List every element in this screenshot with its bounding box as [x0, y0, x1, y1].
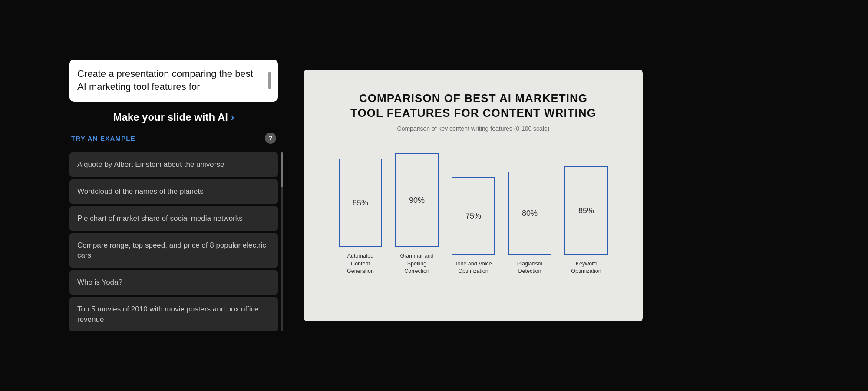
scrollbar-thumb[interactable] [281, 152, 283, 187]
bar-group: 90%Grammar andSpelling Correction [395, 145, 439, 275]
bar-wrapper: 85% [564, 145, 608, 255]
bar-value: 80% [522, 209, 538, 218]
bar-wrapper: 75% [452, 145, 495, 255]
try-example-header: TRY AN EXAMPLE ? [69, 133, 278, 144]
make-slide-arrow-icon: › [231, 110, 234, 124]
resize-handle[interactable] [268, 72, 271, 89]
chart-subtitle: Comparison of key content writing featur… [397, 125, 550, 132]
left-panel: Create a presentation comparing the best… [69, 60, 278, 332]
bar: 85% [564, 166, 608, 255]
bar-label: Plagiarism Detection [508, 260, 551, 275]
examples-list: A quote by Albert Einstein about the uni… [69, 152, 278, 331]
bar: 90% [395, 153, 439, 247]
scrollbar-track[interactable] [281, 152, 283, 331]
help-icon[interactable]: ? [265, 133, 276, 144]
list-item[interactable]: Wordcloud of the names of the planets [69, 179, 278, 204]
list-item[interactable]: A quote by Albert Einstein about the uni… [69, 152, 278, 177]
list-item[interactable]: Pie chart of market share of social medi… [69, 206, 278, 231]
chart-panel: COMPARISON OF BEST AI MARKETINGTOOL FEAT… [304, 70, 643, 321]
make-slide-label: Make your slide with AI [113, 111, 228, 123]
try-example-label: TRY AN EXAMPLE [71, 135, 135, 142]
bar-group: 85%Automated ContentGeneration [339, 145, 382, 275]
chart-title: COMPARISON OF BEST AI MARKETINGTOOL FEAT… [350, 91, 596, 121]
prompt-input-box[interactable]: Create a presentation comparing the best… [69, 60, 278, 102]
make-slide-button[interactable]: Make your slide with AI › [69, 110, 278, 124]
bar-label: Tone and VoiceOptimization [455, 260, 492, 275]
list-item[interactable]: Who is Yoda? [69, 270, 278, 295]
bar-value: 85% [353, 199, 368, 208]
bar-wrapper: 90% [395, 145, 439, 248]
bar-group: 80%Plagiarism Detection [508, 145, 551, 275]
bar-label: Keyword Optimization [564, 260, 608, 275]
list-item[interactable]: Top 5 movies of 2010 with movie posters … [69, 297, 278, 332]
list-item[interactable]: Compare range, top speed, and price of 8… [69, 233, 278, 268]
prompt-text: Create a presentation comparing the best… [77, 67, 256, 94]
bar: 75% [452, 177, 495, 255]
bar: 85% [339, 159, 382, 247]
bar-value: 75% [465, 211, 481, 220]
bar: 80% [508, 172, 551, 255]
bar-group: 75%Tone and VoiceOptimization [452, 145, 495, 275]
bar-chart: 85%Automated ContentGeneration90%Grammar… [330, 145, 617, 275]
bar-label: Grammar andSpelling Correction [395, 252, 439, 275]
bar-label: Automated ContentGeneration [339, 252, 382, 275]
bar-value: 85% [578, 206, 594, 215]
bar-wrapper: 80% [508, 145, 551, 255]
bar-value: 90% [409, 196, 425, 205]
bar-wrapper: 85% [339, 145, 382, 248]
bar-group: 85%Keyword Optimization [564, 145, 608, 275]
